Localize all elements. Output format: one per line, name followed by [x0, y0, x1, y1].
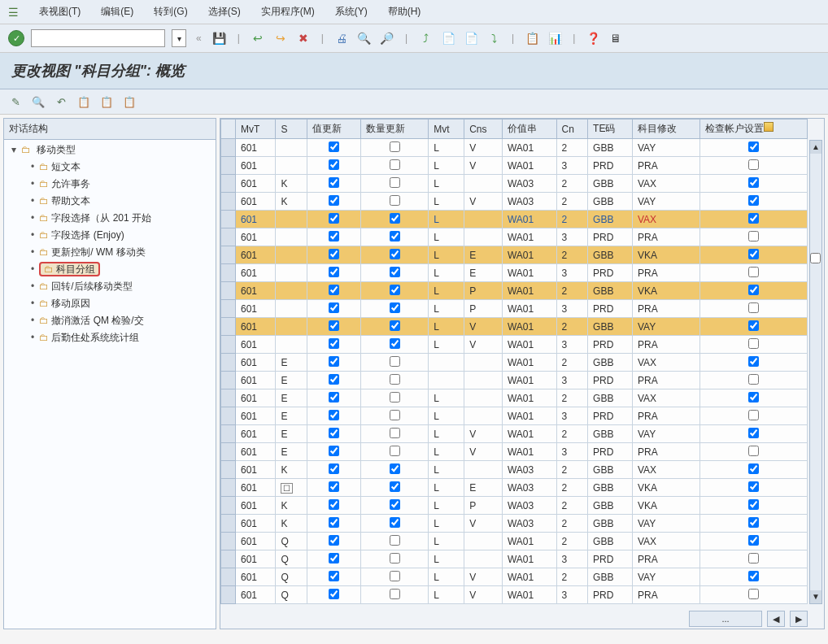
- chk-checkbox[interactable]: [748, 446, 759, 456]
- cell-cns[interactable]: E: [464, 479, 503, 497]
- chk-checkbox[interactable]: [748, 410, 759, 420]
- cell-vstr[interactable]: WA03: [502, 479, 556, 497]
- cell-mvt[interactable]: 601: [236, 497, 276, 515]
- menu-tableview[interactable]: 表视图(T): [39, 5, 81, 19]
- cell-cn[interactable]: 3: [556, 336, 588, 354]
- row-selector[interactable]: [221, 479, 236, 497]
- cell-val[interactable]: [307, 515, 361, 533]
- cell-te[interactable]: PRD: [588, 300, 633, 318]
- cell-mvt[interactable]: 601: [236, 354, 276, 372]
- cell-s[interactable]: E: [276, 407, 307, 425]
- col-cns[interactable]: Cns: [464, 120, 503, 139]
- menu-utilities[interactable]: 实用程序(M): [261, 5, 315, 19]
- cell-val[interactable]: [307, 497, 361, 515]
- cell-mvt[interactable]: 601: [236, 586, 276, 604]
- cell-te[interactable]: GBB: [588, 175, 633, 193]
- cell-acct[interactable]: VAY: [632, 515, 699, 533]
- cell-cn[interactable]: 3: [556, 550, 588, 568]
- cell-cn[interactable]: 2: [556, 193, 588, 211]
- val-checkbox[interactable]: [329, 285, 339, 295]
- cell-qty[interactable]: [361, 157, 429, 175]
- cell-cns[interactable]: V: [464, 425, 503, 443]
- cell-vstr[interactable]: WA01: [502, 246, 556, 264]
- cell-cns[interactable]: [464, 533, 503, 550]
- cell-mvt2[interactable]: L: [429, 282, 464, 300]
- cell-cns[interactable]: [464, 461, 503, 479]
- qty-checkbox[interactable]: [390, 267, 400, 277]
- cell-cn[interactable]: 3: [556, 407, 588, 425]
- cell-mvt[interactable]: 601: [236, 139, 276, 157]
- cell-val[interactable]: [307, 389, 361, 407]
- cell-cns[interactable]: [464, 354, 503, 372]
- cell-val[interactable]: [307, 157, 361, 175]
- exit-icon[interactable]: ↪: [272, 30, 289, 46]
- prev-page-icon[interactable]: 📄: [440, 30, 456, 46]
- cell-mvt2[interactable]: L: [429, 264, 464, 282]
- cell-val[interactable]: [307, 300, 361, 318]
- cell-qty[interactable]: [361, 497, 429, 515]
- val-checkbox[interactable]: [329, 428, 339, 438]
- cell-val[interactable]: [307, 139, 361, 157]
- cell-qty[interactable]: [361, 336, 429, 354]
- cell-cn[interactable]: 3: [556, 157, 588, 175]
- cell-te[interactable]: PRD: [588, 336, 633, 354]
- chk-checkbox[interactable]: [748, 195, 759, 206]
- cell-acct[interactable]: VAX: [632, 389, 699, 407]
- cell-val[interactable]: [307, 586, 361, 604]
- chk-checkbox[interactable]: [748, 481, 759, 492]
- cell-acct[interactable]: VAY: [632, 318, 699, 336]
- table-row[interactable]: 601LEWA012GBBVKA: [221, 246, 808, 264]
- menu-select[interactable]: 选择(S): [208, 5, 241, 19]
- row-selector[interactable]: [221, 372, 236, 389]
- qty-checkbox[interactable]: [390, 481, 400, 492]
- cell-vstr[interactable]: WA01: [502, 372, 556, 389]
- cell-qty[interactable]: [361, 533, 429, 550]
- cell-s[interactable]: E: [276, 389, 307, 407]
- cell-mvt[interactable]: 601: [236, 175, 276, 193]
- menu-help[interactable]: 帮助(H): [388, 5, 421, 19]
- val-checkbox[interactable]: [329, 213, 339, 224]
- cell-mvt2[interactable]: L: [429, 211, 464, 228]
- tree-node-4[interactable]: • 🗀字段选择 (Enjoy): [6, 227, 214, 244]
- rowsel-header[interactable]: [221, 120, 236, 139]
- row-selector[interactable]: [221, 425, 236, 443]
- cell-chk[interactable]: [699, 515, 807, 533]
- cell-chk[interactable]: [699, 461, 807, 479]
- qty-checkbox[interactable]: [390, 374, 400, 385]
- col-valupdate[interactable]: 值更新: [307, 120, 361, 139]
- cell-qty[interactable]: [361, 515, 429, 533]
- chk-checkbox[interactable]: [748, 463, 759, 474]
- val-checkbox[interactable]: [329, 481, 339, 492]
- val-checkbox[interactable]: [329, 195, 339, 206]
- cell-te[interactable]: GBB: [588, 533, 633, 550]
- cell-val[interactable]: [307, 407, 361, 425]
- cell-mvt[interactable]: 601: [236, 282, 276, 300]
- cell-vstr[interactable]: WA01: [502, 282, 556, 300]
- cell-chk[interactable]: [699, 533, 807, 550]
- val-checkbox[interactable]: [329, 446, 339, 456]
- undo-icon[interactable]: ↶: [54, 94, 68, 109]
- qty-checkbox[interactable]: [390, 410, 400, 420]
- cell-mvt[interactable]: 601: [236, 425, 276, 443]
- qty-checkbox[interactable]: [390, 356, 400, 367]
- table-row[interactable]: 601LVWA013PRDPRA: [221, 336, 808, 354]
- cell-mvt2[interactable]: L: [429, 336, 464, 354]
- qty-checkbox[interactable]: [390, 213, 400, 224]
- last-page-icon[interactable]: ⤵: [486, 30, 502, 46]
- row-selector[interactable]: [221, 228, 236, 246]
- cell-mvt2[interactable]: L: [429, 389, 464, 407]
- cell-cns[interactable]: V: [464, 318, 503, 336]
- val-checkbox[interactable]: [329, 463, 339, 474]
- cell-te[interactable]: PRD: [588, 157, 633, 175]
- cell-val[interactable]: [307, 246, 361, 264]
- cell-mvt[interactable]: 601: [236, 389, 276, 407]
- cell-te[interactable]: GBB: [588, 211, 633, 228]
- cell-acct[interactable]: VKA: [632, 282, 699, 300]
- cell-cn[interactable]: 2: [556, 354, 588, 372]
- cell-mvt[interactable]: 601: [236, 211, 276, 228]
- cell-s[interactable]: [276, 336, 307, 354]
- table-row[interactable]: 601LVWA012GBBVAY: [221, 318, 808, 336]
- table-row[interactable]: 601LWA012GBBVAX: [221, 211, 808, 228]
- col-cn[interactable]: Cn: [556, 120, 588, 139]
- table-row[interactable]: 601LVWA013PRDPRA: [221, 157, 808, 175]
